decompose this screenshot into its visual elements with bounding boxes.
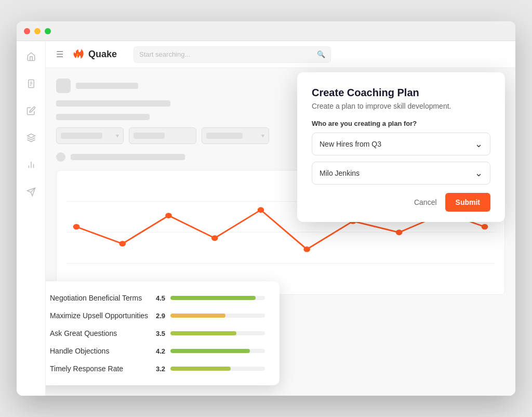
avatar-placeholder [56,152,65,162]
main-content: ☰ Quake Start searching... 🔍 [46,41,515,396]
filter-text [134,133,165,139]
skills-card: Negotiation Beneficial Terms 4.5 Maximiz… [46,281,280,385]
chevron-down-icon: ⌄ [475,138,483,150]
skill-bar [170,331,236,335]
skill-bar [170,314,225,318]
skill-score: 4.5 [149,294,165,302]
sidebar-icon-pencil[interactable] [24,103,38,118]
sidebar-icon-document[interactable] [24,76,38,91]
logo-text: Quake [88,49,117,60]
svg-point-10 [73,224,80,230]
skill-bar-container [170,367,265,371]
search-bar[interactable]: Start searching... 🔍 [134,46,331,63]
skill-name: Negotiation Beneficial Terms [50,294,149,302]
svg-point-17 [396,230,403,236]
svg-point-12 [165,213,172,218]
skill-bar-container [170,314,265,318]
skill-row-2: Maximize Upsell Opportunities 2.9 [50,311,265,320]
svg-point-11 [119,241,126,246]
skill-name: Ask Great Questions [50,329,149,337]
browser-window: ☰ Quake Start searching... 🔍 [17,21,515,396]
page-icon-placeholder [56,79,71,93]
skill-score: 4.2 [149,347,165,355]
filter-select-3[interactable]: ▾ [202,127,269,144]
skill-score: 3.2 [149,365,165,373]
filter-select-1[interactable]: ▾ [56,127,124,144]
skill-bar [170,296,256,300]
submit-button[interactable]: Submit [445,193,490,212]
skill-row-3: Ask Great Questions 3.5 [50,329,265,337]
browser-titlebar [17,21,515,41]
svg-point-13 [211,235,218,241]
chevron-down-icon: ▾ [261,132,264,139]
skill-name: Maximize Upsell Opportunities [50,311,149,320]
page-title-placeholder [76,83,138,89]
modal-actions: Cancel Submit [312,193,490,212]
filter-text [61,133,102,139]
sidebar-icon-home[interactable] [24,49,38,64]
skill-bar-container [170,296,265,300]
skill-name: Handle Objections [50,347,149,355]
logo-icon [72,49,85,60]
traffic-light-red[interactable] [24,28,30,34]
modal-subtitle: Create a plan to improve skill developme… [312,102,490,110]
sidebar-icon-send[interactable] [24,185,38,199]
svg-marker-4 [27,134,35,138]
placeholder-line [56,100,170,107]
skill-score: 2.9 [149,312,165,320]
traffic-light-yellow[interactable] [34,28,41,34]
modal-dropdown-group[interactable]: New Hires from Q3 ⌄ [312,133,490,155]
svg-point-19 [482,224,488,230]
placeholder-line [71,154,185,160]
skill-name: Timely Response Rate [50,364,149,373]
hamburger-button[interactable]: ☰ [56,49,63,59]
skill-bar-container [170,349,265,353]
sidebar-icon-chart[interactable] [24,158,38,172]
skill-score: 3.5 [149,330,165,337]
skill-bar [170,349,250,353]
search-icon: 🔍 [317,50,325,58]
svg-point-14 [258,207,264,213]
top-bar: ☰ Quake Start searching... 🔍 [46,41,515,68]
modal-title: Create Coaching Plan [312,87,490,99]
browser-body: ☰ Quake Start searching... 🔍 [17,41,515,396]
skill-bar-container [170,331,265,335]
placeholder-line [56,114,150,120]
chevron-down-icon: ▾ [116,132,119,139]
chevron-down-icon: ⌄ [475,167,483,179]
skill-bar [170,367,231,371]
svg-point-15 [303,246,310,252]
traffic-light-green[interactable] [45,28,51,34]
modal-dropdown-person-value: Milo Jenkins [320,169,360,177]
modal-dialog: Create Coaching Plan Create a plan to im… [297,72,505,222]
modal-dropdown-person[interactable]: Milo Jenkins ⌄ [312,162,490,185]
sidebar [17,41,46,396]
skill-row-4: Handle Objections 4.2 [50,347,265,355]
skill-row-1: Negotiation Beneficial Terms 4.5 [50,294,265,302]
cancel-button[interactable]: Cancel [412,194,439,211]
sidebar-icon-layers[interactable] [24,131,38,145]
modal-label: Who are you creating a plan for? [312,120,490,127]
filter-select-2[interactable] [129,127,196,144]
modal-dropdown-group-value: New Hires from Q3 [320,140,381,148]
logo-area: Quake [72,49,117,60]
skill-row-5: Timely Response Rate 3.2 [50,364,265,373]
filter-text [206,133,243,139]
search-placeholder: Start searching... [139,50,190,58]
